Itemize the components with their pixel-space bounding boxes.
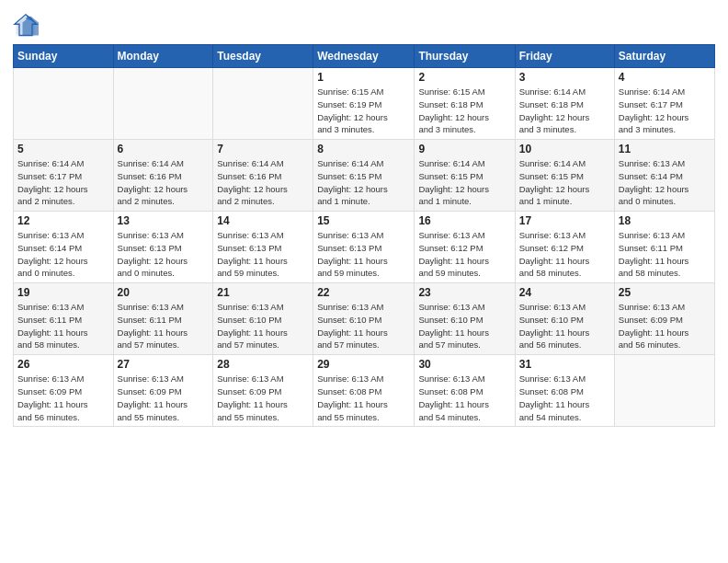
day-number: 17 xyxy=(519,214,610,227)
calendar-cell: 12Sunrise: 6:13 AM Sunset: 6:14 PM Dayli… xyxy=(14,212,114,283)
day-info: Sunrise: 6:15 AM Sunset: 6:18 PM Dayligh… xyxy=(418,86,510,136)
day-number: 11 xyxy=(619,143,711,155)
day-number: 18 xyxy=(619,214,711,227)
day-info: Sunrise: 6:13 AM Sunset: 6:11 PM Dayligh… xyxy=(619,229,711,280)
day-number: 3 xyxy=(519,71,610,84)
day-number: 9 xyxy=(418,143,510,155)
calendar-cell xyxy=(614,355,714,427)
calendar-cell: 8Sunrise: 6:14 AM Sunset: 6:15 PM Daylig… xyxy=(313,140,415,212)
calendar-cell: 18Sunrise: 6:13 AM Sunset: 6:11 PM Dayli… xyxy=(614,212,714,283)
calendar-cell xyxy=(113,68,213,140)
header xyxy=(13,9,715,39)
calendar-cell: 20Sunrise: 6:13 AM Sunset: 6:11 PM Dayli… xyxy=(113,283,213,355)
calendar-cell: 5Sunrise: 6:14 AM Sunset: 6:17 PM Daylig… xyxy=(14,140,114,212)
calendar-cell xyxy=(213,68,313,140)
logo xyxy=(13,13,42,39)
day-info: Sunrise: 6:14 AM Sunset: 6:15 PM Dayligh… xyxy=(418,157,510,208)
day-number: 29 xyxy=(317,358,410,371)
weekday-header-wednesday: Wednesday xyxy=(313,45,415,68)
calendar-cell: 19Sunrise: 6:13 AM Sunset: 6:11 PM Dayli… xyxy=(14,283,114,355)
weekday-header-friday: Friday xyxy=(515,45,614,68)
day-info: Sunrise: 6:13 AM Sunset: 6:14 PM Dayligh… xyxy=(17,229,109,280)
calendar-cell: 24Sunrise: 6:13 AM Sunset: 6:10 PM Dayli… xyxy=(515,283,614,355)
calendar-cell: 7Sunrise: 6:14 AM Sunset: 6:16 PM Daylig… xyxy=(213,140,313,212)
calendar-cell: 15Sunrise: 6:13 AM Sunset: 6:13 PM Dayli… xyxy=(313,212,415,283)
day-number: 28 xyxy=(217,358,309,371)
calendar-cell: 9Sunrise: 6:14 AM Sunset: 6:15 PM Daylig… xyxy=(415,140,515,212)
calendar-cell xyxy=(14,68,114,140)
day-info: Sunrise: 6:13 AM Sunset: 6:08 PM Dayligh… xyxy=(418,373,510,423)
day-number: 7 xyxy=(217,143,309,155)
day-number: 22 xyxy=(317,286,410,299)
calendar-cell: 30Sunrise: 6:13 AM Sunset: 6:08 PM Dayli… xyxy=(415,355,515,427)
weekday-header-thursday: Thursday xyxy=(415,45,515,68)
day-number: 12 xyxy=(17,214,109,227)
calendar-cell: 10Sunrise: 6:14 AM Sunset: 6:15 PM Dayli… xyxy=(515,140,614,212)
weekday-header-row: SundayMondayTuesdayWednesdayThursdayFrid… xyxy=(14,45,715,68)
day-number: 21 xyxy=(217,286,309,299)
day-info: Sunrise: 6:13 AM Sunset: 6:13 PM Dayligh… xyxy=(217,229,309,280)
day-info: Sunrise: 6:13 AM Sunset: 6:10 PM Dayligh… xyxy=(519,301,610,351)
day-number: 6 xyxy=(118,143,210,155)
weekday-header-tuesday: Tuesday xyxy=(213,45,313,68)
calendar-week-row: 5Sunrise: 6:14 AM Sunset: 6:17 PM Daylig… xyxy=(14,140,715,212)
calendar-cell: 1Sunrise: 6:15 AM Sunset: 6:19 PM Daylig… xyxy=(313,68,415,140)
calendar-cell: 4Sunrise: 6:14 AM Sunset: 6:17 PM Daylig… xyxy=(614,68,714,140)
day-number: 2 xyxy=(418,71,510,84)
day-number: 15 xyxy=(317,214,410,227)
weekday-header-monday: Monday xyxy=(113,45,213,68)
day-info: Sunrise: 6:14 AM Sunset: 6:16 PM Dayligh… xyxy=(217,157,309,208)
calendar-cell: 26Sunrise: 6:13 AM Sunset: 6:09 PM Dayli… xyxy=(14,355,114,427)
calendar-cell: 3Sunrise: 6:14 AM Sunset: 6:18 PM Daylig… xyxy=(515,68,614,140)
day-info: Sunrise: 6:14 AM Sunset: 6:15 PM Dayligh… xyxy=(519,157,610,208)
calendar-cell: 22Sunrise: 6:13 AM Sunset: 6:10 PM Dayli… xyxy=(313,283,415,355)
day-number: 13 xyxy=(118,214,210,227)
day-info: Sunrise: 6:13 AM Sunset: 6:13 PM Dayligh… xyxy=(118,229,210,280)
calendar-week-row: 12Sunrise: 6:13 AM Sunset: 6:14 PM Dayli… xyxy=(14,212,715,283)
weekday-header-saturday: Saturday xyxy=(614,45,714,68)
calendar-cell: 28Sunrise: 6:13 AM Sunset: 6:09 PM Dayli… xyxy=(213,355,313,427)
day-number: 4 xyxy=(619,71,711,84)
calendar-cell: 17Sunrise: 6:13 AM Sunset: 6:12 PM Dayli… xyxy=(515,212,614,283)
day-number: 10 xyxy=(519,143,610,155)
day-info: Sunrise: 6:13 AM Sunset: 6:10 PM Dayligh… xyxy=(317,301,410,351)
day-number: 27 xyxy=(118,358,210,371)
day-number: 1 xyxy=(317,71,410,84)
calendar-cell: 16Sunrise: 6:13 AM Sunset: 6:12 PM Dayli… xyxy=(415,212,515,283)
day-number: 23 xyxy=(418,286,510,299)
calendar-cell: 11Sunrise: 6:13 AM Sunset: 6:14 PM Dayli… xyxy=(614,140,714,212)
calendar-cell: 2Sunrise: 6:15 AM Sunset: 6:18 PM Daylig… xyxy=(415,68,515,140)
day-info: Sunrise: 6:13 AM Sunset: 6:14 PM Dayligh… xyxy=(619,157,711,208)
day-info: Sunrise: 6:14 AM Sunset: 6:18 PM Dayligh… xyxy=(519,86,610,136)
day-info: Sunrise: 6:13 AM Sunset: 6:10 PM Dayligh… xyxy=(418,301,510,351)
calendar-cell: 14Sunrise: 6:13 AM Sunset: 6:13 PM Dayli… xyxy=(213,212,313,283)
day-info: Sunrise: 6:13 AM Sunset: 6:10 PM Dayligh… xyxy=(217,301,309,351)
calendar-cell: 27Sunrise: 6:13 AM Sunset: 6:09 PM Dayli… xyxy=(113,355,213,427)
calendar-cell: 13Sunrise: 6:13 AM Sunset: 6:13 PM Dayli… xyxy=(113,212,213,283)
day-info: Sunrise: 6:13 AM Sunset: 6:08 PM Dayligh… xyxy=(317,373,410,423)
day-info: Sunrise: 6:13 AM Sunset: 6:08 PM Dayligh… xyxy=(519,373,610,423)
day-number: 25 xyxy=(619,286,711,299)
day-number: 26 xyxy=(17,358,109,371)
day-info: Sunrise: 6:14 AM Sunset: 6:15 PM Dayligh… xyxy=(317,157,410,208)
day-info: Sunrise: 6:13 AM Sunset: 6:09 PM Dayligh… xyxy=(17,373,109,423)
calendar-cell: 21Sunrise: 6:13 AM Sunset: 6:10 PM Dayli… xyxy=(213,283,313,355)
day-info: Sunrise: 6:13 AM Sunset: 6:09 PM Dayligh… xyxy=(619,301,711,351)
day-info: Sunrise: 6:15 AM Sunset: 6:19 PM Dayligh… xyxy=(317,86,410,136)
day-number: 5 xyxy=(17,143,109,155)
day-info: Sunrise: 6:13 AM Sunset: 6:12 PM Dayligh… xyxy=(519,229,610,280)
day-number: 19 xyxy=(17,286,109,299)
calendar-cell: 29Sunrise: 6:13 AM Sunset: 6:08 PM Dayli… xyxy=(313,355,415,427)
day-number: 31 xyxy=(519,358,610,371)
calendar-week-row: 26Sunrise: 6:13 AM Sunset: 6:09 PM Dayli… xyxy=(14,355,715,427)
weekday-header-sunday: Sunday xyxy=(14,45,114,68)
logo-icon xyxy=(13,13,39,39)
day-info: Sunrise: 6:13 AM Sunset: 6:09 PM Dayligh… xyxy=(118,373,210,423)
day-info: Sunrise: 6:13 AM Sunset: 6:09 PM Dayligh… xyxy=(217,373,309,423)
day-info: Sunrise: 6:14 AM Sunset: 6:17 PM Dayligh… xyxy=(17,157,109,208)
calendar-cell: 25Sunrise: 6:13 AM Sunset: 6:09 PM Dayli… xyxy=(614,283,714,355)
day-info: Sunrise: 6:13 AM Sunset: 6:12 PM Dayligh… xyxy=(418,229,510,280)
day-number: 16 xyxy=(418,214,510,227)
day-number: 14 xyxy=(217,214,309,227)
calendar: SundayMondayTuesdayWednesdayThursdayFrid… xyxy=(13,44,715,427)
